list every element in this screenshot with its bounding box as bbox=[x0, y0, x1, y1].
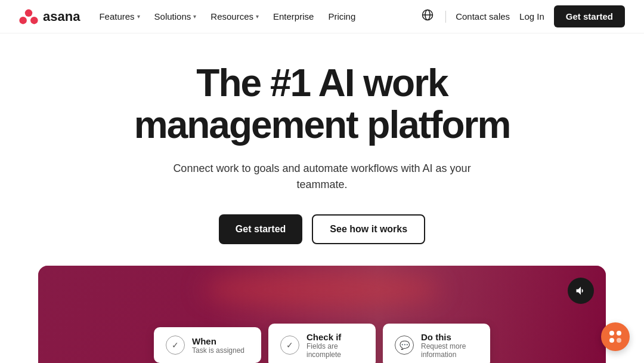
asana-logo-icon bbox=[19, 8, 38, 25]
asana-fab[interactable] bbox=[601, 322, 630, 351]
workflow-cards: ✓ When Task is assigned ✓ Check if Field… bbox=[154, 324, 490, 363]
nav-right: Contact sales Log In Get started bbox=[419, 5, 625, 27]
logo[interactable]: asana bbox=[19, 8, 80, 25]
fab-dot-3 bbox=[609, 338, 614, 343]
globe-icon bbox=[422, 9, 434, 21]
navigation: asana Features ▾ Solutions ▾ Resources ▾… bbox=[0, 0, 644, 33]
nav-link-enterprise[interactable]: Enterprise bbox=[273, 11, 314, 21]
workflow-card-when: ✓ When Task is assigned bbox=[154, 327, 261, 363]
nav-link-features[interactable]: Features ▾ bbox=[99, 11, 140, 21]
check-circle-icon-2: ✓ bbox=[280, 336, 299, 355]
card-when-title: When bbox=[192, 336, 244, 346]
speech-bubble-icon: 💬 bbox=[395, 336, 414, 355]
hero-subtitle: Connect work to goals and automate workf… bbox=[161, 161, 483, 193]
logo-text: asana bbox=[43, 9, 80, 24]
see-how-it-works-button[interactable]: See how it works bbox=[312, 214, 425, 244]
check-circle-icon: ✓ bbox=[166, 336, 185, 355]
nav-left: asana Features ▾ Solutions ▾ Resources ▾… bbox=[19, 8, 355, 25]
language-selector[interactable] bbox=[419, 7, 436, 26]
fab-dots bbox=[609, 331, 621, 343]
nav-link-solutions[interactable]: Solutions ▾ bbox=[154, 11, 197, 21]
demo-video-section[interactable]: ✓ When Task is assigned ✓ Check if Field… bbox=[38, 266, 606, 363]
speaker-icon bbox=[575, 285, 587, 297]
card-check-title: Check if bbox=[306, 332, 364, 342]
hero-section: The #1 AI work management platform Conne… bbox=[0, 33, 644, 266]
nav-link-resources[interactable]: Resources ▾ bbox=[210, 11, 259, 21]
get-started-nav-button[interactable]: Get started bbox=[554, 5, 625, 27]
red-glow-effect bbox=[203, 272, 441, 307]
card-do-subtitle: Request more information bbox=[421, 342, 478, 359]
hero-buttons: Get started See how it works bbox=[219, 214, 425, 244]
card-when-subtitle: Task is assigned bbox=[192, 346, 244, 355]
card-do-title: Do this bbox=[421, 332, 478, 342]
nav-links: Features ▾ Solutions ▾ Resources ▾ Enter… bbox=[99, 11, 355, 21]
chevron-down-icon: ▾ bbox=[193, 13, 196, 20]
login-button[interactable]: Log In bbox=[519, 11, 544, 21]
nav-divider bbox=[445, 11, 446, 23]
workflow-card-do-this: 💬 Do this Request more information bbox=[383, 324, 490, 363]
fab-dot-1 bbox=[609, 331, 614, 336]
contact-sales-link[interactable]: Contact sales bbox=[456, 11, 510, 21]
card-check-subtitle: Fields are incomplete bbox=[306, 342, 364, 359]
fab-dot-2 bbox=[617, 331, 621, 336]
workflow-card-check-if: ✓ Check if Fields are incomplete bbox=[268, 324, 376, 363]
get-started-hero-button[interactable]: Get started bbox=[219, 214, 302, 244]
chevron-down-icon: ▾ bbox=[137, 13, 140, 20]
chevron-down-icon: ▾ bbox=[256, 13, 259, 20]
svg-point-0 bbox=[25, 9, 32, 16]
sound-toggle-button[interactable] bbox=[568, 278, 594, 304]
nav-link-pricing[interactable]: Pricing bbox=[328, 11, 355, 21]
hero-title: The #1 AI work management platform bbox=[95, 62, 549, 146]
svg-point-1 bbox=[19, 17, 26, 24]
svg-point-2 bbox=[30, 17, 38, 24]
fab-dot-4 bbox=[617, 338, 621, 343]
